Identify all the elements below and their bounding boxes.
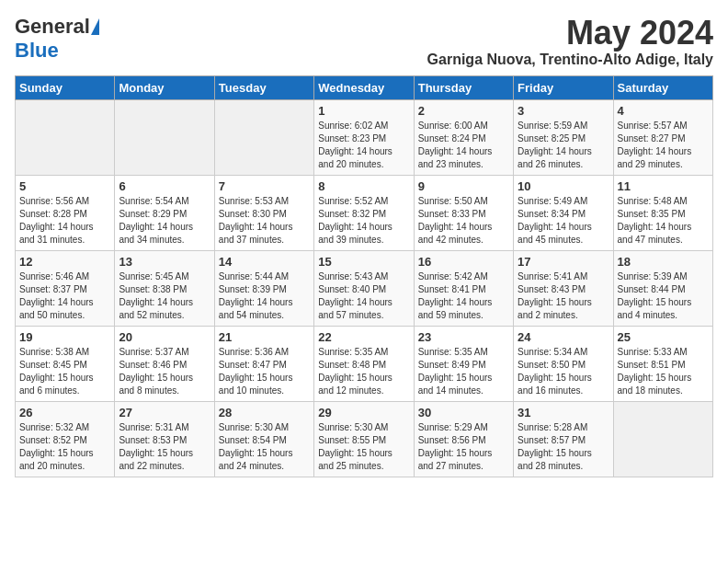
day-number: 10 bbox=[518, 179, 609, 193]
calendar-cell bbox=[115, 99, 214, 175]
logo: General Blue bbox=[15, 15, 99, 63]
day-number: 23 bbox=[418, 330, 509, 344]
day-info: Sunrise: 5:41 AMSunset: 8:43 PMDaylight:… bbox=[518, 271, 592, 320]
weekday-header: Thursday bbox=[414, 75, 513, 99]
day-info: Sunrise: 5:30 AMSunset: 8:55 PMDaylight:… bbox=[318, 422, 392, 471]
calendar-cell: 2Sunrise: 6:00 AMSunset: 8:24 PMDaylight… bbox=[414, 99, 513, 175]
day-number: 2 bbox=[418, 104, 509, 118]
day-info: Sunrise: 5:53 AMSunset: 8:30 PMDaylight:… bbox=[219, 196, 293, 245]
weekday-header: Tuesday bbox=[214, 75, 313, 99]
day-info: Sunrise: 5:28 AMSunset: 8:57 PMDaylight:… bbox=[518, 422, 592, 471]
calendar-cell: 17Sunrise: 5:41 AMSunset: 8:43 PMDayligh… bbox=[514, 250, 613, 326]
day-number: 25 bbox=[618, 330, 709, 344]
day-number: 28 bbox=[219, 406, 310, 419]
day-number: 26 bbox=[19, 406, 110, 419]
day-info: Sunrise: 5:57 AMSunset: 8:27 PMDaylight:… bbox=[618, 121, 692, 169]
calendar-cell: 20Sunrise: 5:37 AMSunset: 8:46 PMDayligh… bbox=[115, 326, 214, 401]
day-info: Sunrise: 5:33 AMSunset: 8:51 PMDaylight:… bbox=[618, 347, 692, 396]
weekday-header: Saturday bbox=[613, 75, 712, 99]
calendar-week-row: 5Sunrise: 5:56 AMSunset: 8:28 PMDaylight… bbox=[16, 175, 713, 250]
weekday-header: Friday bbox=[514, 75, 613, 99]
day-number: 5 bbox=[19, 179, 110, 193]
day-info: Sunrise: 5:39 AMSunset: 8:44 PMDaylight:… bbox=[618, 271, 692, 320]
day-number: 29 bbox=[318, 406, 409, 419]
day-info: Sunrise: 5:48 AMSunset: 8:35 PMDaylight:… bbox=[618, 196, 692, 245]
weekday-header: Sunday bbox=[16, 75, 115, 99]
calendar-cell: 19Sunrise: 5:38 AMSunset: 8:45 PMDayligh… bbox=[16, 326, 115, 401]
calendar-cell: 25Sunrise: 5:33 AMSunset: 8:51 PMDayligh… bbox=[613, 326, 712, 401]
calendar-cell bbox=[16, 99, 115, 175]
day-number: 11 bbox=[618, 179, 709, 193]
day-info: Sunrise: 5:34 AMSunset: 8:50 PMDaylight:… bbox=[518, 347, 592, 396]
calendar-cell: 21Sunrise: 5:36 AMSunset: 8:47 PMDayligh… bbox=[214, 326, 313, 401]
day-info: Sunrise: 5:52 AMSunset: 8:32 PMDaylight:… bbox=[318, 196, 392, 245]
calendar-table: SundayMondayTuesdayWednesdayThursdayFrid… bbox=[15, 75, 713, 477]
day-number: 16 bbox=[418, 255, 509, 269]
day-info: Sunrise: 5:54 AMSunset: 8:29 PMDaylight:… bbox=[119, 196, 193, 245]
calendar-cell: 18Sunrise: 5:39 AMSunset: 8:44 PMDayligh… bbox=[613, 250, 712, 326]
calendar-cell: 12Sunrise: 5:46 AMSunset: 8:37 PMDayligh… bbox=[16, 250, 115, 326]
day-number: 7 bbox=[219, 179, 310, 193]
day-number: 19 bbox=[19, 330, 110, 344]
day-info: Sunrise: 5:44 AMSunset: 8:39 PMDaylight:… bbox=[219, 271, 293, 320]
weekday-header: Monday bbox=[115, 75, 214, 99]
day-info: Sunrise: 5:43 AMSunset: 8:40 PMDaylight:… bbox=[318, 271, 392, 320]
day-number: 3 bbox=[518, 104, 609, 118]
calendar-cell: 15Sunrise: 5:43 AMSunset: 8:40 PMDayligh… bbox=[314, 250, 414, 326]
calendar-cell: 24Sunrise: 5:34 AMSunset: 8:50 PMDayligh… bbox=[514, 326, 613, 401]
location-title: Garniga Nuova, Trentino-Alto Adige, Ital… bbox=[427, 52, 713, 68]
day-info: Sunrise: 5:46 AMSunset: 8:37 PMDaylight:… bbox=[19, 271, 94, 320]
day-info: Sunrise: 5:42 AMSunset: 8:41 PMDaylight:… bbox=[418, 271, 493, 320]
calendar-week-row: 19Sunrise: 5:38 AMSunset: 8:45 PMDayligh… bbox=[16, 326, 713, 401]
day-info: Sunrise: 5:45 AMSunset: 8:38 PMDaylight:… bbox=[119, 271, 193, 320]
day-info: Sunrise: 6:02 AMSunset: 8:23 PMDaylight:… bbox=[318, 121, 392, 169]
page-header: General Blue May 2024 Garniga Nuova, Tre… bbox=[15, 15, 713, 68]
day-info: Sunrise: 5:32 AMSunset: 8:52 PMDaylight:… bbox=[19, 422, 94, 471]
calendar-cell: 31Sunrise: 5:28 AMSunset: 8:57 PMDayligh… bbox=[514, 401, 613, 477]
day-number: 24 bbox=[518, 330, 609, 344]
day-number: 15 bbox=[318, 255, 409, 269]
calendar-cell: 27Sunrise: 5:31 AMSunset: 8:53 PMDayligh… bbox=[115, 401, 214, 477]
day-info: Sunrise: 5:49 AMSunset: 8:34 PMDaylight:… bbox=[518, 196, 592, 245]
day-number: 27 bbox=[119, 406, 210, 419]
calendar-cell: 10Sunrise: 5:49 AMSunset: 8:34 PMDayligh… bbox=[514, 175, 613, 250]
calendar-cell: 30Sunrise: 5:29 AMSunset: 8:56 PMDayligh… bbox=[414, 401, 513, 477]
day-number: 14 bbox=[219, 255, 310, 269]
day-info: Sunrise: 5:56 AMSunset: 8:28 PMDaylight:… bbox=[19, 196, 94, 245]
calendar-cell: 5Sunrise: 5:56 AMSunset: 8:28 PMDaylight… bbox=[16, 175, 115, 250]
calendar-cell: 28Sunrise: 5:30 AMSunset: 8:54 PMDayligh… bbox=[214, 401, 313, 477]
logo-general-text: General bbox=[15, 15, 90, 39]
calendar-cell: 4Sunrise: 5:57 AMSunset: 8:27 PMDaylight… bbox=[613, 99, 712, 175]
day-info: Sunrise: 6:00 AMSunset: 8:24 PMDaylight:… bbox=[418, 121, 493, 169]
calendar-cell bbox=[613, 401, 712, 477]
calendar-cell bbox=[214, 99, 313, 175]
day-number: 31 bbox=[518, 406, 609, 419]
day-info: Sunrise: 5:30 AMSunset: 8:54 PMDaylight:… bbox=[219, 422, 293, 471]
day-info: Sunrise: 5:36 AMSunset: 8:47 PMDaylight:… bbox=[219, 347, 293, 396]
month-title: May 2024 bbox=[427, 15, 713, 52]
day-info: Sunrise: 5:35 AMSunset: 8:48 PMDaylight:… bbox=[318, 347, 392, 396]
calendar-cell: 22Sunrise: 5:35 AMSunset: 8:48 PMDayligh… bbox=[314, 326, 414, 401]
calendar-body: 1Sunrise: 6:02 AMSunset: 8:23 PMDaylight… bbox=[16, 99, 713, 477]
day-info: Sunrise: 5:37 AMSunset: 8:46 PMDaylight:… bbox=[119, 347, 193, 396]
day-number: 21 bbox=[219, 330, 310, 344]
day-number: 30 bbox=[418, 406, 509, 419]
calendar-cell: 6Sunrise: 5:54 AMSunset: 8:29 PMDaylight… bbox=[115, 175, 214, 250]
calendar-cell: 14Sunrise: 5:44 AMSunset: 8:39 PMDayligh… bbox=[214, 250, 313, 326]
calendar-cell: 3Sunrise: 5:59 AMSunset: 8:25 PMDaylight… bbox=[514, 99, 613, 175]
day-info: Sunrise: 5:50 AMSunset: 8:33 PMDaylight:… bbox=[418, 196, 493, 245]
calendar-cell: 1Sunrise: 6:02 AMSunset: 8:23 PMDaylight… bbox=[314, 99, 414, 175]
day-info: Sunrise: 5:59 AMSunset: 8:25 PMDaylight:… bbox=[518, 121, 592, 169]
day-number: 9 bbox=[418, 179, 509, 193]
calendar-cell: 7Sunrise: 5:53 AMSunset: 8:30 PMDaylight… bbox=[214, 175, 313, 250]
day-number: 1 bbox=[318, 104, 409, 118]
day-number: 22 bbox=[318, 330, 409, 344]
day-number: 12 bbox=[19, 255, 110, 269]
day-number: 18 bbox=[618, 255, 709, 269]
title-block: May 2024 Garniga Nuova, Trentino-Alto Ad… bbox=[427, 15, 713, 68]
logo-triangle-icon bbox=[91, 18, 99, 35]
calendar-week-row: 26Sunrise: 5:32 AMSunset: 8:52 PMDayligh… bbox=[16, 401, 713, 477]
calendar-cell: 8Sunrise: 5:52 AMSunset: 8:32 PMDaylight… bbox=[314, 175, 414, 250]
day-number: 6 bbox=[119, 179, 210, 193]
calendar-cell: 11Sunrise: 5:48 AMSunset: 8:35 PMDayligh… bbox=[613, 175, 712, 250]
